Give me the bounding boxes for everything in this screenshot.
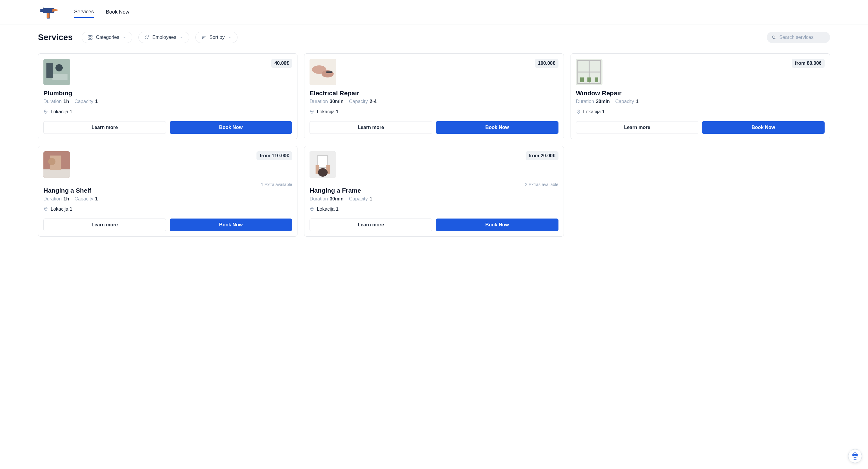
- learn-more-button[interactable]: Learn more: [576, 121, 699, 134]
- service-title: Hanging a Frame: [310, 187, 558, 194]
- book-now-button[interactable]: Book Now: [436, 121, 558, 134]
- svg-rect-7: [91, 35, 92, 37]
- svg-rect-19: [53, 74, 67, 80]
- service-thumbnail: [310, 59, 336, 85]
- svg-rect-4: [47, 13, 50, 18]
- extras-label: 2 Extras available: [525, 182, 558, 187]
- duration-value: 1h: [63, 196, 69, 201]
- location-value: Lokacija 1: [317, 109, 338, 115]
- book-now-button[interactable]: Book Now: [702, 121, 825, 134]
- svg-marker-2: [53, 9, 60, 12]
- learn-more-button[interactable]: Learn more: [310, 219, 432, 231]
- svg-rect-6: [88, 35, 90, 37]
- duration-value: 30min: [330, 99, 344, 104]
- chevron-down-icon: [122, 35, 127, 39]
- grid-icon: [87, 35, 93, 40]
- chevron-down-icon: [179, 35, 184, 39]
- sort-filter[interactable]: Sort by: [195, 32, 238, 43]
- svg-rect-34: [595, 77, 598, 82]
- service-card: 40.00€PlumbingDuration 1hCapacity 1Lokac…: [38, 53, 298, 139]
- sort-icon: [201, 35, 207, 40]
- service-location: Lokacija 1: [576, 109, 825, 115]
- svg-point-5: [43, 7, 44, 8]
- price-badge: 40.00€: [271, 59, 292, 68]
- categories-label: Categories: [96, 35, 119, 40]
- svg-point-21: [56, 64, 63, 71]
- chevron-down-icon: [227, 35, 232, 39]
- capacity-value: 1: [636, 99, 639, 104]
- service-location: Lokacija 1: [310, 207, 558, 212]
- capacity-value: 1: [95, 196, 98, 201]
- svg-line-17: [775, 38, 776, 39]
- service-location: Lokacija 1: [43, 109, 292, 115]
- capacity-label: Capacity: [74, 196, 93, 201]
- service-card: from 110.00€1 Extra availableHanging a S…: [38, 146, 298, 237]
- location-pin-icon: [310, 207, 314, 212]
- duration-label: Duration: [310, 99, 328, 104]
- service-title: Electrical Repair: [310, 90, 558, 97]
- service-thumbnail: [43, 59, 70, 85]
- location-value: Lokacija 1: [51, 109, 72, 115]
- duration-label: Duration: [310, 196, 328, 201]
- service-thumbnail: [310, 151, 336, 178]
- categories-filter[interactable]: Categories: [82, 32, 132, 43]
- capacity-value: 1: [95, 99, 98, 104]
- service-title: Hanging a Shelf: [43, 187, 292, 194]
- service-title: Window Repair: [576, 90, 825, 97]
- location-value: Lokacija 1: [51, 207, 72, 212]
- price-badge: from 80.00€: [792, 59, 825, 68]
- capacity-value: 2-4: [370, 99, 376, 104]
- search-icon: [772, 35, 776, 40]
- svg-point-35: [578, 111, 579, 112]
- svg-point-25: [321, 70, 334, 77]
- svg-rect-1: [40, 9, 43, 12]
- toolbar: Services Categories Employees Sort by: [38, 32, 830, 43]
- extras-label: 1 Extra available: [261, 182, 292, 187]
- svg-rect-9: [91, 38, 92, 39]
- service-location: Lokacija 1: [310, 109, 558, 115]
- svg-rect-20: [46, 63, 53, 78]
- svg-point-46: [312, 208, 313, 209]
- duration-label: Duration: [43, 99, 61, 104]
- svg-rect-8: [88, 38, 90, 39]
- svg-point-10: [146, 36, 147, 37]
- location-value: Lokacija 1: [583, 109, 605, 115]
- svg-point-16: [772, 36, 775, 39]
- svg-point-22: [45, 111, 46, 112]
- book-now-button[interactable]: Book Now: [170, 121, 292, 134]
- nav-services[interactable]: Services: [74, 6, 94, 18]
- duration-label: Duration: [43, 196, 61, 201]
- svg-point-39: [48, 158, 56, 165]
- svg-point-45: [318, 168, 328, 177]
- location-pin-icon: [310, 110, 314, 114]
- header: Services Book Now: [0, 0, 868, 24]
- employees-filter[interactable]: Employees: [138, 32, 189, 43]
- learn-more-button[interactable]: Learn more: [310, 121, 432, 134]
- page-title: Services: [38, 33, 73, 42]
- search-input[interactable]: [779, 35, 825, 40]
- capacity-value: 1: [370, 196, 372, 201]
- service-card: 100.00€Electrical RepairDuration 30minCa…: [304, 53, 564, 139]
- learn-more-button[interactable]: Learn more: [43, 219, 166, 231]
- capacity-label: Capacity: [349, 99, 368, 104]
- service-thumbnail: [43, 151, 70, 178]
- location-pin-icon: [43, 110, 48, 114]
- service-title: Plumbing: [43, 90, 292, 97]
- capacity-label: Capacity: [74, 99, 93, 104]
- duration-value: 30min: [330, 196, 344, 201]
- book-now-button[interactable]: Book Now: [170, 219, 292, 231]
- sort-label: Sort by: [210, 35, 225, 40]
- svg-point-27: [312, 111, 313, 112]
- search-container[interactable]: [767, 32, 830, 43]
- learn-more-button[interactable]: Learn more: [43, 121, 166, 134]
- employees-label: Employees: [153, 35, 176, 40]
- service-thumbnail: [576, 59, 602, 85]
- book-now-button[interactable]: Book Now: [436, 219, 558, 231]
- svg-rect-37: [43, 169, 70, 178]
- price-badge: from 20.00€: [526, 151, 558, 160]
- capacity-label: Capacity: [615, 99, 634, 104]
- nav-book-now[interactable]: Book Now: [106, 7, 129, 18]
- svg-rect-33: [587, 77, 591, 82]
- location-value: Lokacija 1: [317, 207, 338, 212]
- duration-value: 1h: [63, 99, 69, 104]
